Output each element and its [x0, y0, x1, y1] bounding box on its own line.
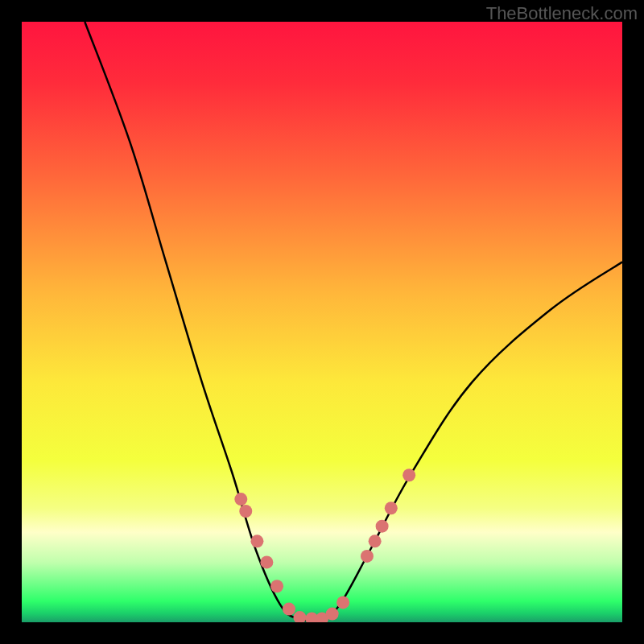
curve-marker — [270, 580, 283, 592]
curve-marker — [385, 502, 398, 514]
chart-container: TheBottleneck.com — [0, 0, 644, 644]
plot-area — [22, 22, 622, 622]
curve-marker — [250, 535, 263, 547]
bottleneck-curve — [85, 22, 622, 621]
curve-marker — [260, 555, 273, 568]
curve-marker — [336, 596, 349, 609]
curve-layer — [22, 22, 622, 622]
curve-marker — [283, 603, 295, 616]
curve-marker — [293, 611, 306, 622]
curve-marker — [326, 608, 339, 621]
attribution-text: TheBottleneck.com — [486, 3, 638, 24]
curve-marker — [361, 550, 374, 563]
curve-marker — [402, 469, 415, 481]
curve-marker — [376, 520, 389, 533]
curve-marker — [234, 493, 247, 506]
curve-marker — [369, 535, 382, 547]
curve-markers — [234, 469, 415, 622]
curve-marker — [239, 505, 252, 518]
